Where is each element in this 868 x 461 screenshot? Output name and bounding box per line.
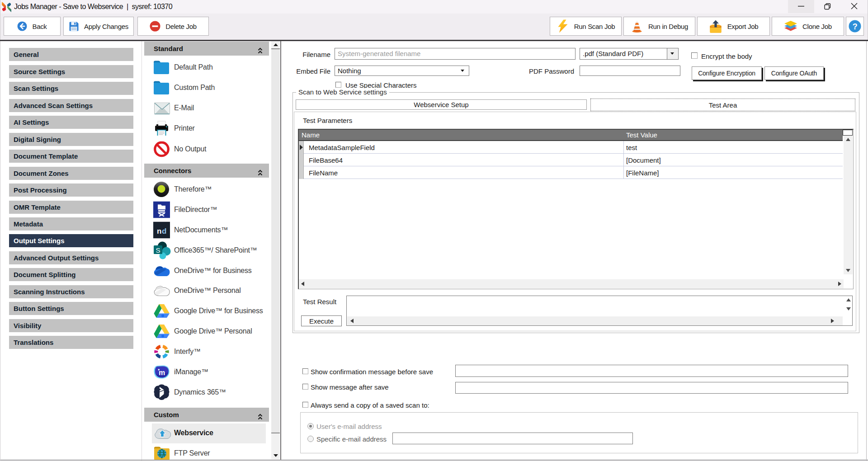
svg-text:?: ? — [853, 22, 858, 31]
svg-text:n: n — [157, 227, 161, 235]
svg-text:m: m — [159, 369, 165, 376]
svg-text:d: d — [162, 227, 166, 235]
svg-text:S: S — [156, 246, 160, 254]
